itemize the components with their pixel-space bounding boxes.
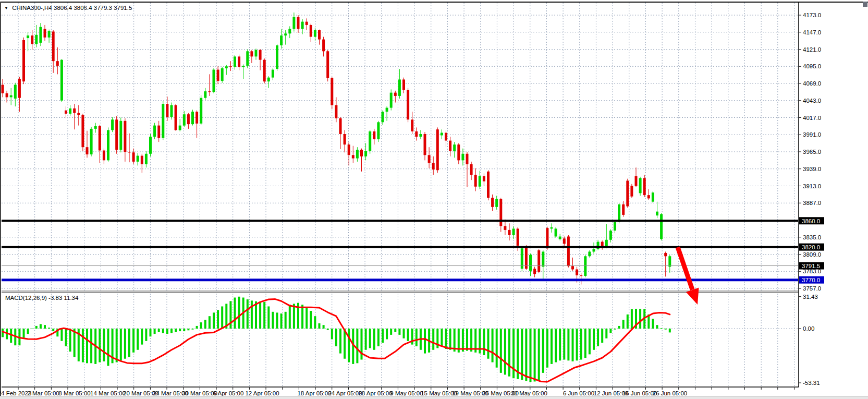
bull-candle-body — [255, 50, 258, 57]
macd-bar — [373, 329, 375, 350]
macd-bar — [213, 312, 215, 329]
macd-bar — [204, 320, 206, 329]
price-tick-label: 4017.0 — [803, 115, 821, 121]
macd-bar — [52, 329, 54, 331]
price-chart-canvas[interactable]: 4173.04147.04121.04095.04069.04043.04017… — [0, 0, 868, 399]
bull-candle-body — [234, 56, 236, 67]
bull-candle-body — [267, 78, 270, 82]
bull-candle-body — [453, 144, 456, 151]
macd-bar — [386, 329, 388, 339]
bull-candle-body — [145, 154, 148, 164]
bull-candle-body — [495, 199, 498, 207]
bear-candle-body — [580, 275, 582, 276]
bull-candle-body — [551, 227, 553, 229]
macd-bar — [576, 329, 578, 360]
bear-candle-body — [166, 104, 168, 117]
bull-candle-body — [149, 137, 152, 154]
bull-candle-body — [162, 104, 164, 138]
macd-bar — [382, 329, 384, 343]
bull-candle-body — [221, 68, 224, 81]
bear-candle-body — [132, 152, 135, 162]
macd-bar — [344, 329, 346, 359]
price-tick-label: 3913.0 — [803, 183, 821, 189]
bull-candle-body — [656, 212, 658, 216]
macd-tick-label: 0.00 — [803, 325, 814, 332]
bull-candle-body — [614, 222, 616, 231]
macd-bar — [31, 329, 33, 329]
macd-bar — [555, 329, 557, 362]
macd-bar — [48, 328, 50, 329]
arrow-head-icon[interactable] — [686, 287, 699, 305]
bear-candle-body — [487, 172, 490, 198]
macd-bar — [508, 329, 510, 377]
arrow-shaft[interactable] — [678, 247, 692, 290]
bull-candle-body — [137, 156, 139, 162]
macd-bar — [411, 329, 413, 345]
macd-bar — [639, 309, 641, 329]
bear-candle-body — [411, 119, 413, 131]
candles-layer[interactable] — [2, 13, 671, 284]
bear-candle-body — [352, 155, 354, 158]
bear-candle-body — [208, 91, 211, 92]
bear-candle-body — [103, 150, 105, 160]
bear-candle-body — [626, 180, 629, 206]
bear-candle-body — [31, 35, 33, 44]
bear-candle-body — [52, 31, 55, 61]
macd-bar — [394, 329, 396, 332]
bull-candle-body — [377, 122, 380, 139]
price-tick-label: 4173.0 — [803, 12, 821, 18]
macd-bar — [170, 329, 173, 333]
macd-bar — [99, 329, 101, 362]
price-tick-label: 4069.0 — [803, 80, 821, 87]
macd-bar — [272, 312, 274, 329]
macd-bar — [2, 329, 4, 337]
macd-bar — [107, 329, 109, 366]
macd-bar — [44, 325, 46, 329]
macd-bar — [335, 329, 337, 346]
macd-bar — [179, 329, 181, 331]
price-tick-label: 3887.0 — [803, 200, 821, 206]
bear-candle-body — [6, 93, 8, 98]
bear-candle-body — [115, 119, 118, 150]
bull-candle-body — [461, 154, 464, 161]
macd-bar — [339, 329, 341, 354]
bull-candle-body — [90, 129, 93, 154]
macd-bar — [504, 329, 506, 374]
macd-bar — [60, 329, 63, 341]
macd-bar — [627, 315, 629, 329]
price-tick-label: 3991.0 — [803, 131, 821, 138]
bear-candle-body — [22, 40, 25, 81]
bear-candle-body — [394, 93, 397, 96]
macd-bar — [403, 329, 405, 338]
macd-bar — [319, 323, 321, 329]
bear-candle-body — [187, 114, 190, 124]
macd-bar — [407, 329, 409, 341]
bear-candle-body — [576, 269, 578, 275]
bull-candle-body — [479, 176, 481, 187]
price-axis[interactable]: 4173.04147.04121.04095.04069.04043.04017… — [799, 12, 824, 292]
macd-bar — [238, 297, 240, 329]
macd-bar — [449, 329, 451, 350]
bull-candle-body — [69, 108, 71, 114]
bear-candle-body — [2, 85, 4, 93]
macd-bar — [580, 329, 582, 360]
macd-bar — [496, 329, 498, 368]
macd-bar — [103, 329, 105, 361]
macd-bar — [267, 306, 270, 329]
macd-bar — [500, 329, 502, 373]
bear-candle-body — [449, 141, 451, 151]
macd-bar — [605, 329, 607, 338]
trend-arrow[interactable] — [678, 247, 699, 305]
macd-axis[interactable]: 31.430.00-53.31 — [799, 294, 820, 386]
macd-bar — [132, 329, 135, 353]
bull-candle-body — [288, 29, 291, 33]
time-axis[interactable]: 24 Feb 20232 Mar 05:008 Mar 05:0014 Mar … — [0, 388, 794, 396]
bear-candle-body — [263, 60, 266, 82]
macd-bar — [128, 329, 130, 357]
bear-candle-body — [322, 40, 325, 52]
bull-candle-body — [639, 178, 642, 193]
bear-candle-body — [73, 108, 76, 113]
macd-bar — [656, 325, 658, 329]
bear-candle-body — [470, 164, 473, 175]
macd-bar — [221, 306, 223, 329]
